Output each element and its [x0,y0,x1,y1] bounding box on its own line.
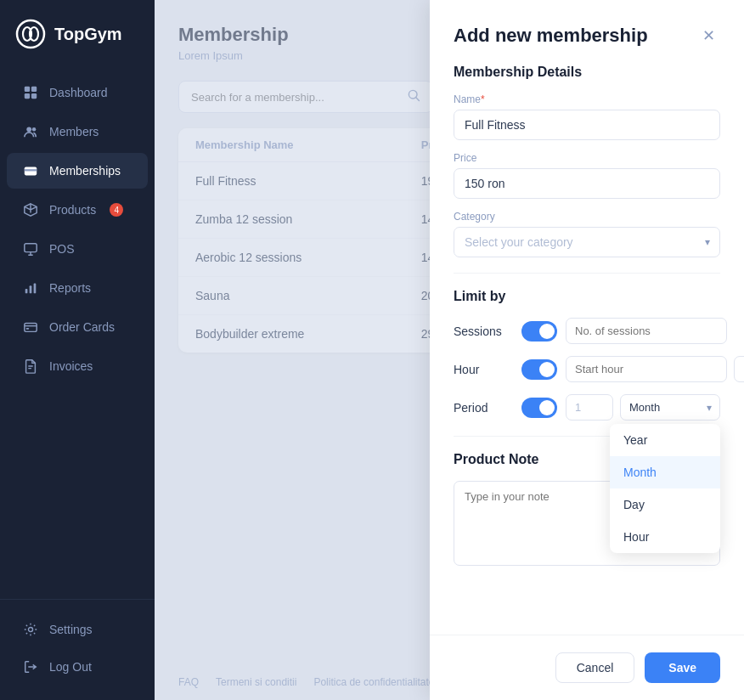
sidebar-item-label: POS [49,242,75,256]
price-form-group: Price [454,152,720,199]
sidebar-item-label: Invoices [49,359,93,373]
sidebar-item-pos[interactable]: POS [7,231,148,267]
price-input[interactable] [454,168,720,199]
sidebar-item-settings[interactable]: Settings [7,612,148,647]
logo-icon [15,19,46,49]
period-inputs: ▾ Year Month Day Hour [566,394,720,421]
card-icon [22,162,39,179]
sidebar-item-products[interactable]: Products 4 [7,192,148,228]
sidebar: TopGym Dashboard Members Memberships Pro… [0,0,155,700]
dropdown-option-day[interactable]: Day [610,488,720,521]
period-unit-wrapper: ▾ Year Month Day Hour [620,394,720,421]
cancel-button[interactable]: Cancel [555,652,635,683]
modal-title: Add new membership [454,25,648,47]
period-limit-row: Period ▾ Year Month Day Hour [454,394,720,421]
dropdown-option-hour[interactable]: Hour [610,521,720,553]
hour-toggle[interactable] [521,359,557,380]
sessions-label: Sessions [454,325,513,338]
products-badge: 4 [110,203,123,217]
svg-rect-16 [26,328,30,330]
logout-icon [22,658,39,675]
close-modal-button[interactable]: ✕ [696,24,720,48]
save-button[interactable]: Save [645,652,720,683]
modal-body: Membership Details Name* Price Category … [430,65,744,635]
category-label: Category [454,211,720,223]
svg-rect-15 [25,324,37,332]
category-select-wrapper: Select your category ▾ [454,227,720,257]
sidebar-item-invoices[interactable]: Invoices [7,348,148,384]
period-toggle[interactable] [521,398,557,418]
name-form-group: Name* [454,93,720,140]
sessions-inputs [566,318,727,344]
credit-card-icon [22,319,39,336]
hour-label: Hour [454,363,513,376]
app-name: TopGym [54,25,122,44]
sidebar-item-label: Log Out [49,660,92,674]
start-hour-input[interactable] [566,356,727,382]
name-label: Name* [454,93,720,105]
dropdown-option-month[interactable]: Month [610,456,720,488]
sidebar-bottom: Settings Log Out [0,599,155,700]
max-hour-input[interactable] [734,356,744,382]
svg-rect-4 [31,87,37,92]
sidebar-item-label: Reports [49,281,91,295]
sidebar-item-label: Memberships [49,164,121,178]
modal-header: Add new membership ✕ [430,0,744,65]
sidebar-item-label: Members [49,125,99,138]
svg-rect-10 [25,169,37,171]
hour-limit-row: Hour [454,356,720,382]
sidebar-item-memberships[interactable]: Memberships [7,153,148,189]
monitor-icon [22,240,39,257]
modal-footer: Cancel Save [430,635,744,700]
svg-rect-11 [25,244,37,252]
app-logo: TopGym [0,0,155,66]
sidebar-nav: Dashboard Members Memberships Products 4 [0,66,155,599]
period-label: Period [454,401,513,415]
period-value-input[interactable] [566,394,613,421]
svg-point-17 [28,627,32,631]
limit-section-title: Limit by [454,289,720,304]
bar-chart-icon [22,279,39,296]
name-input[interactable] [454,110,720,140]
svg-point-7 [26,127,31,132]
hour-inputs [566,356,744,382]
file-icon [22,358,39,375]
svg-rect-6 [31,93,37,99]
sidebar-item-label: Order Cards [49,320,115,334]
section-divider [454,273,720,274]
gear-icon [22,621,39,638]
sessions-input[interactable] [566,318,727,344]
sessions-limit-row: Sessions [454,318,720,344]
period-dropdown: Year Month Day Hour [610,424,720,553]
svg-rect-3 [25,87,30,92]
svg-point-8 [32,127,37,132]
box-icon [22,201,39,218]
sidebar-item-dashboard[interactable]: Dashboard [7,75,148,110]
details-section-title: Membership Details [454,65,720,80]
sessions-toggle[interactable] [521,321,557,342]
category-form-group: Category Select your category ▾ [454,211,720,257]
svg-rect-14 [34,284,37,294]
sidebar-item-members[interactable]: Members [7,114,148,150]
dropdown-option-year[interactable]: Year [610,424,720,456]
price-label: Price [454,152,720,164]
sidebar-item-label: Dashboard [49,86,108,99]
users-icon [22,123,39,140]
sidebar-item-label: Settings [49,623,93,636]
category-select[interactable]: Select your category [454,227,720,257]
grid-icon [22,84,39,101]
svg-rect-13 [30,285,32,293]
main-area: Membership Lorem Ipsum Membership Name P… [155,0,744,700]
sidebar-item-logout[interactable]: Log Out [7,649,148,685]
sidebar-item-label: Products [49,203,96,217]
period-unit-input[interactable] [620,394,720,421]
svg-rect-5 [25,93,30,99]
sidebar-item-reports[interactable]: Reports [7,270,148,306]
sidebar-item-order-cards[interactable]: Order Cards [7,309,148,345]
modal-panel: Add new membership ✕ Membership Details … [430,0,744,700]
svg-rect-12 [25,289,28,293]
